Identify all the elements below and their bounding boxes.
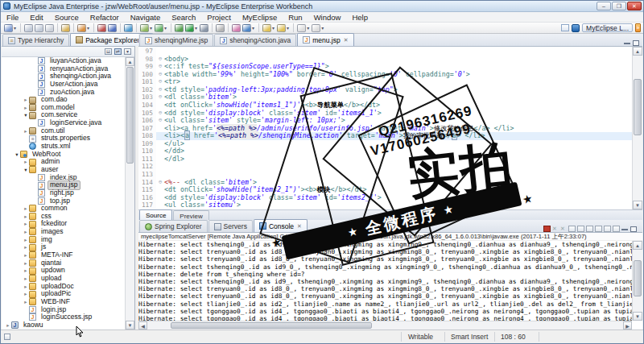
annotation-next-button[interactable] <box>262 24 271 32</box>
collapsed-arrow-icon[interactable]: ▸ <box>5 321 11 329</box>
menu-file[interactable]: File <box>1 12 24 23</box>
forward-button-dropdown[interactable]: ▾ <box>321 24 324 32</box>
collapsed-arrow-icon[interactable]: ▸ <box>23 213 29 221</box>
new-wizard-button[interactable] <box>4 24 13 32</box>
maximize-view-icon[interactable] <box>630 226 637 232</box>
new-wizard-button-dropdown[interactable]: ▾ <box>14 24 16 32</box>
clear-console-button[interactable] <box>568 226 576 232</box>
fold-marker-icon[interactable]: ⊖ <box>156 56 164 64</box>
menu-myeclipse[interactable]: MyEclipse <box>237 12 283 23</box>
forward-button[interactable] <box>312 24 320 32</box>
expanded-arrow-icon[interactable]: ▾ <box>23 111 29 119</box>
run-button[interactable] <box>185 24 194 32</box>
fold-marker-icon[interactable]: ⊖ <box>156 117 164 125</box>
fold-marker-icon[interactable]: ⊖ <box>156 78 164 86</box>
fast-view-icon[interactable] <box>561 24 569 31</box>
toolbar-overflow-button[interactable]: » <box>635 23 641 32</box>
annotation-next-button-dropdown[interactable]: ▾ <box>272 24 275 32</box>
console-output[interactable]: Hibernate: select tshenqing0_.id as id9_… <box>138 241 632 321</box>
maximize-button[interactable]: ❐ <box>612 2 626 10</box>
tab-source[interactable]: Source <box>139 209 172 221</box>
report-button[interactable] <box>232 24 241 32</box>
close-tab-icon[interactable]: ✕ <box>344 37 349 44</box>
menu-window[interactable]: Window <box>308 12 347 23</box>
deploy-button[interactable] <box>124 24 133 32</box>
cube-blue-button[interactable] <box>108 24 117 32</box>
tree-scrollbar[interactable]: ▲ ▼ <box>125 57 134 329</box>
link-with-editor-button[interactable]: ⇄ <box>114 48 122 55</box>
menu-help[interactable]: Help <box>346 12 374 23</box>
debug-button[interactable] <box>175 24 184 32</box>
collapsed-arrow-icon[interactable]: ▸ <box>23 158 29 166</box>
coverage-button[interactable] <box>216 24 225 32</box>
tree-item-admin[interactable]: ▸admin <box>2 158 125 166</box>
cube-red-button[interactable] <box>97 24 106 32</box>
console-vscrollbar[interactable]: ▲ ▼ <box>632 241 642 321</box>
annotation-prev-button-dropdown[interactable]: ▾ <box>287 24 289 32</box>
collapsed-arrow-icon[interactable]: ▸ <box>23 104 29 112</box>
myeclipse-perspective-icon[interactable] <box>572 24 580 32</box>
collapsed-arrow-icon[interactable]: ▸ <box>23 228 29 236</box>
tab-console[interactable]: Console✕ <box>254 219 308 232</box>
jsp-source-editor[interactable]: 9798⊖ <body>99⊖ <c:if test="${sessionSco… <box>138 47 642 209</box>
collapsed-arrow-icon[interactable]: ▸ <box>23 259 29 267</box>
menu-run[interactable]: Run <box>283 12 308 23</box>
save-all-button[interactable] <box>35 24 43 32</box>
new-class-button[interactable] <box>155 24 163 32</box>
minimize-view-icon[interactable] <box>624 42 630 44</box>
menu-navigate[interactable]: Navigate <box>125 12 167 23</box>
tab-type-hierarchy[interactable]: ≡Type Hierarchy <box>2 34 69 46</box>
fold-marker-icon[interactable]: ⊖ <box>156 86 164 94</box>
terminate-button[interactable] <box>543 226 551 232</box>
fold-marker-icon[interactable]: ⊖ <box>156 71 164 79</box>
new-web-button[interactable] <box>140 24 149 32</box>
editor-scrollbar[interactable]: ▲ ▼ <box>632 47 642 209</box>
view-menu-button[interactable]: ▾ <box>124 48 131 55</box>
menu-edit[interactable]: Edit <box>24 12 48 23</box>
collapsed-arrow-icon[interactable]: ▸ <box>23 205 29 213</box>
external-tools-button[interactable] <box>200 24 208 32</box>
collapsed-arrow-icon[interactable]: ▸ <box>23 236 29 244</box>
editor-tab-shenqingmine-jsp[interactable]: JshenqingMine.jsp <box>139 34 213 46</box>
fold-marker-icon[interactable]: ⊖ <box>156 93 164 102</box>
collapsed-arrow-icon[interactable]: ▸ <box>23 251 29 259</box>
run-button-dropdown[interactable]: ▾ <box>195 24 197 32</box>
menu-refactor[interactable]: Refactor <box>85 12 125 23</box>
collapsed-arrow-icon[interactable]: ▸ <box>23 283 29 291</box>
code-line-112[interactable]: 112 <box>138 163 632 171</box>
tree-item-img[interactable]: ▸img <box>2 236 125 244</box>
word-wrap-button[interactable] <box>586 226 593 232</box>
editor-tab-menu-jsp[interactable]: Jmenu.jsp✕ <box>297 33 353 46</box>
collapsed-arrow-icon[interactable]: ▸ <box>23 267 29 275</box>
tree-item-loginsuccess-jsp[interactable]: JloginSuccess.jsp <box>2 313 125 321</box>
close-button[interactable]: ✕ <box>627 2 642 10</box>
minimize-view-icon[interactable] <box>621 228 628 230</box>
new-web-button-dropdown[interactable]: ▾ <box>150 24 152 32</box>
code-line-109[interactable]: 109 </ul> <box>138 140 632 148</box>
tree-item-common[interactable]: ▸common <box>2 205 125 213</box>
code-line-100[interactable]: 100⊖ <table width='99%' height="100%" bo… <box>138 71 632 79</box>
tree-item-kaowu[interactable]: ▸Jkaowu <box>2 321 125 329</box>
collapsed-arrow-icon[interactable]: ▸ <box>23 127 29 135</box>
remove-all-launches-button[interactable]: ✕ <box>560 226 567 232</box>
collapsed-arrow-icon[interactable]: ▸ <box>23 290 29 298</box>
collapsed-arrow-icon[interactable]: ▸ <box>23 298 29 306</box>
new-package-button-dropdown[interactable]: ▾ <box>87 24 89 32</box>
fold-marker-icon[interactable]: ⊖ <box>156 110 164 118</box>
menu-source[interactable]: Source <box>49 12 85 23</box>
tab-spring-explorer[interactable]: Spring Explorer <box>139 220 208 232</box>
collapsed-arrow-icon[interactable]: ▸ <box>23 96 29 104</box>
tab-servers[interactable]: Servers <box>208 220 253 232</box>
minimize-button[interactable]: – <box>597 2 611 10</box>
collapsed-arrow-icon[interactable]: ▸ <box>23 243 29 251</box>
annotation-prev-button[interactable] <box>277 24 286 32</box>
maximize-view-icon[interactable] <box>633 40 639 46</box>
print-button[interactable] <box>45 24 54 32</box>
tree-item-webroot[interactable]: ▾WebRoot <box>2 151 125 159</box>
back-button-dropdown[interactable]: ▾ <box>307 24 309 32</box>
tree-item-struts-xml[interactable]: struts.xml <box>2 143 125 151</box>
menu-search[interactable]: Search <box>166 12 201 23</box>
export-button[interactable] <box>61 24 70 32</box>
close-tab-icon[interactable]: ✕ <box>297 223 302 230</box>
code-line-117[interactable]: 117 <ul class='sitemu'> <box>138 201 632 209</box>
